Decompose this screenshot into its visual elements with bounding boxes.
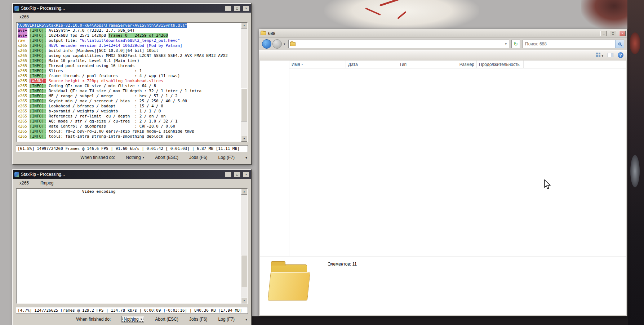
toolbar-right: ▾ ? <box>596 52 623 58</box>
staxrip-window-2: StaxRip - Processing... _ □ × x265 ffmpe… <box>12 169 252 325</box>
explorer-title: 688 <box>268 31 598 36</box>
explorer-sidebar <box>260 61 289 256</box>
chevron-down-icon: ▾ <box>141 317 142 321</box>
scroll-down-icon[interactable]: ▼ <box>241 136 247 142</box>
tab-x265[interactable]: x265 <box>19 181 29 186</box>
desktop: StaxRip - Processing... _ □ × x265 \CONV… <box>0 0 644 325</box>
preview-pane-icon[interactable] <box>608 53 613 57</box>
views-icon <box>596 53 600 57</box>
window-title: StaxRip - Processing... <box>21 6 222 11</box>
when-finished-value: Nothing <box>124 317 138 322</box>
scroll-down-icon[interactable]: ▼ <box>241 298 247 303</box>
column-header-name[interactable]: Имя▴ <box>289 61 346 68</box>
log-panel: \CONVERTERS\StaxRip-v2.10.0-x64\Apps\Fra… <box>16 22 248 142</box>
log-line: x265 [INFO]: Keyint min / max / scenecut… <box>18 99 241 104</box>
chevron-down-icon: ▾ <box>601 54 603 58</box>
views-button[interactable]: ▾ <box>596 53 603 58</box>
log-line: x265 [INFO]: using cpu capabilities: MMX… <box>18 53 241 58</box>
close-button[interactable]: × <box>243 6 249 11</box>
details-pane: Элементов: 11 <box>260 256 626 315</box>
navigation-bar: ← → ▾ ▾ ↻ <box>259 38 627 50</box>
history-dropdown-icon[interactable]: ▾ <box>283 42 286 46</box>
abort-button[interactable]: Abort (ESC) <box>155 155 178 160</box>
when-finished-dropdown[interactable]: Nothing ▾ <box>121 316 144 322</box>
log-line: x265 [WARN]: Source height < 720p; disab… <box>18 79 241 84</box>
forward-button[interactable]: → <box>272 39 282 49</box>
progress-status-bar: [4.7%] 1247/26625 Frames @ 129.2 FPS | 1… <box>16 307 248 314</box>
controls-bar: When finished do: Nothing ▾ Abort (ESC) … <box>16 315 248 323</box>
log-panel: -------------------------- Video encodin… <box>16 188 248 304</box>
scrollbar-thumb[interactable] <box>241 255 247 287</box>
scrollbar-thumb[interactable] <box>241 88 247 121</box>
wallpaper-art <box>581 0 628 30</box>
tab-strip: x265 <box>13 13 251 21</box>
close-button[interactable]: × <box>243 172 249 177</box>
back-button[interactable]: ← <box>262 39 271 49</box>
abort-button[interactable]: Abort (ESC) <box>155 317 178 322</box>
search-button[interactable] <box>615 40 624 48</box>
scrollbar[interactable]: ▲ ▼ <box>241 23 247 142</box>
maximize-button[interactable]: □ <box>234 6 240 11</box>
log-line: x265 [INFO]: tools: fast-intra strong-in… <box>18 134 241 139</box>
column-header-type[interactable]: Тип <box>397 61 448 68</box>
jobs-button[interactable]: Jobs (F6) <box>189 317 208 322</box>
when-finished-label: When finished do: <box>76 317 111 322</box>
jobs-button[interactable]: Jobs (F6) <box>189 155 208 160</box>
log-line: avs+ [INFO]: 1024x688 fps 25/1 i420p8 fr… <box>18 33 241 38</box>
expand-chevron-icon[interactable]: ▾ <box>245 317 247 321</box>
when-finished-dropdown[interactable]: Nothing ▾ <box>126 155 144 160</box>
staxrip-icon <box>14 172 19 177</box>
log-output[interactable]: -------------------------- Video encodin… <box>17 189 241 303</box>
progress-status-text: [4.7%] 1247/26625 Frames @ 129.2 FPS | 1… <box>16 308 242 313</box>
maximize-button[interactable]: □ <box>234 172 240 177</box>
log-line: avs+ [INFO]: AviSynth+ 3.7.0 (r3382, 3.7… <box>18 28 241 33</box>
log-button[interactable]: Log (F7) <box>218 155 235 160</box>
log-line: x265 [INFO]: b-pyramid / weightp / weigh… <box>18 109 241 114</box>
breadcrumb-dropdown-icon[interactable]: ▾ <box>505 42 507 46</box>
log-button[interactable]: Log (F7) <box>218 317 235 322</box>
log-line: x265 [INFO]: Lookahead / bframes / badap… <box>18 104 241 109</box>
wallpaper-art <box>627 0 644 325</box>
log-line: -------------------------- Video encodin… <box>18 189 241 194</box>
staxrip-icon <box>14 6 19 11</box>
log-line: x265 [INFO]: Residual QT: max TU size / … <box>18 89 241 94</box>
wallpaper-art <box>324 0 479 32</box>
tab-ffmpeg[interactable]: ffmpeg <box>40 181 53 186</box>
log-output[interactable]: \CONVERTERS\StaxRip-v2.10.0-x64\Apps\Fra… <box>17 23 241 142</box>
help-icon[interactable]: ? <box>618 52 623 58</box>
maximize-button[interactable]: □ <box>610 31 616 36</box>
titlebar[interactable]: StaxRip - Processing... _ □ × <box>13 4 251 13</box>
mouse-cursor <box>544 179 552 190</box>
column-headers: Имя▴ Дата Тип Размер Продолжительность <box>289 61 626 68</box>
expand-chevron-icon[interactable]: ▾ <box>245 156 247 160</box>
command-bar: ▾ ? <box>259 50 627 60</box>
minimize-button[interactable]: _ <box>225 6 231 11</box>
search-input[interactable] <box>523 41 615 46</box>
column-header-duration[interactable]: Продолжительность <box>477 61 524 68</box>
items-count: Элементов: 11 <box>328 262 357 267</box>
search-icon <box>618 43 621 45</box>
column-header-size[interactable]: Размер <box>448 61 477 68</box>
explorer-window: 688 _ □ × ← → ▾ ▾ ↻ ▾ ? <box>259 29 627 316</box>
scrollbar[interactable]: ▲ ▼ <box>241 189 247 303</box>
explorer-main: Имя▴ Дата Тип Размер Продолжительность Э… <box>260 61 626 315</box>
minimize-button[interactable]: _ <box>225 172 231 177</box>
column-header-date[interactable]: Дата <box>346 61 397 68</box>
log-line: x265 [INFO]: Rate Control / qCompress : … <box>18 124 241 129</box>
scroll-up-icon[interactable]: ▲ <box>241 189 247 195</box>
explorer-titlebar[interactable]: 688 _ □ × <box>259 29 627 38</box>
log-line: x265 [INFO]: Thread pool created using 1… <box>18 63 241 68</box>
staxrip-window-1: StaxRip - Processing... _ □ × x265 \CONV… <box>12 3 252 165</box>
log-line: x265 [INFO]: Main 10 profile, Level-3.1 … <box>18 58 241 63</box>
tab-x265[interactable]: x265 <box>19 14 29 19</box>
titlebar[interactable]: StaxRip - Processing... _ □ × <box>13 170 251 179</box>
scroll-up-icon[interactable]: ▲ <box>241 23 247 28</box>
minimize-button[interactable]: _ <box>600 31 607 36</box>
close-button[interactable]: × <box>619 31 626 36</box>
log-line: x265 [INFO]: build info [Windows][GCC 10… <box>18 48 241 53</box>
log-line: x265 [INFO]: ME / range / subpel / merge… <box>18 94 241 99</box>
location-icon <box>290 42 296 46</box>
log-line: \CONVERTERS\StaxRip-v2.10.0-x64\Apps\Fra… <box>18 23 241 28</box>
refresh-button[interactable]: ↻ <box>511 40 520 48</box>
breadcrumb: ▾ <box>288 40 509 48</box>
